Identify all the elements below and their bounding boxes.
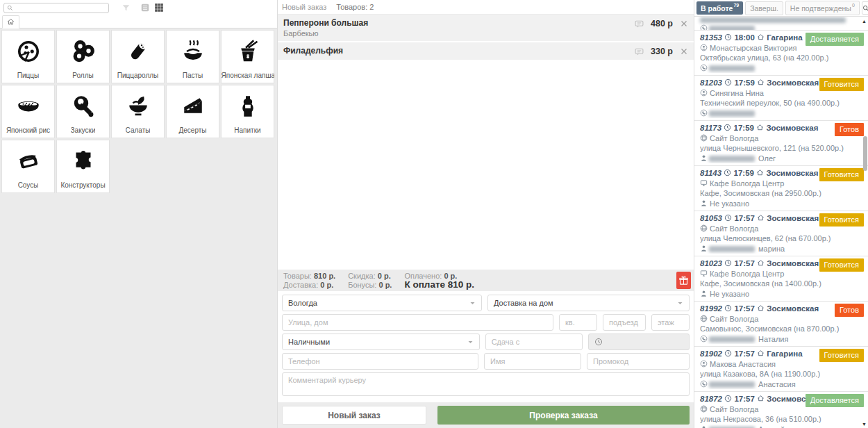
category-tile[interactable]: Закуски	[56, 85, 110, 138]
customer-name-input[interactable]	[484, 353, 581, 370]
order-source: Сайт Вологда	[708, 224, 758, 233]
status-badge: Готовится	[819, 213, 865, 227]
person-circle-icon	[700, 44, 708, 51]
category-label: Роллы	[72, 72, 93, 83]
phone-input[interactable]	[282, 353, 478, 370]
clock-icon	[724, 395, 732, 402]
order-card[interactable]: 81872 17:57 Зосимовская Сайт Вологдаулиц…	[694, 392, 868, 428]
items-total-value: 810 р.	[314, 272, 335, 280]
order-time: 18:00	[734, 33, 754, 42]
category-tile[interactable]: Десерты	[166, 85, 219, 138]
category-label: Салаты	[126, 126, 151, 138]
clock-icon	[594, 338, 603, 346]
remove-item-icon[interactable]	[680, 47, 688, 56]
order-card[interactable]: 81023 17:57 Зосимовская Кафе Вологда Цен…	[694, 256, 868, 302]
filter-icon[interactable]	[122, 3, 131, 13]
phone-circle-icon	[700, 109, 708, 117]
delivery-type-select[interactable]: Доставка на дом	[487, 295, 690, 311]
order-source: Кафе Вологда Центр	[708, 270, 784, 278]
person-icon	[700, 290, 708, 297]
phone-circle-icon	[700, 380, 708, 388]
comment-bubble-icon[interactable]	[635, 19, 644, 28]
blurred-phone	[709, 381, 755, 388]
payment-select[interactable]: Наличными	[282, 334, 480, 350]
apartment-input[interactable]	[559, 314, 597, 331]
salad-icon	[126, 85, 151, 126]
order-source: Сайт Вологда	[708, 315, 758, 323]
chevron-down-icon	[467, 339, 474, 345]
category-tile[interactable]: Пасты	[166, 30, 219, 83]
rice-icon	[16, 85, 41, 126]
comment-bubble-icon[interactable]	[635, 47, 644, 56]
delivery-total-value: 0 р.	[320, 281, 333, 289]
order-card[interactable]: 81992 17:57 Зосимовская Сайт ВологдаСамо…	[694, 302, 868, 347]
order-card[interactable]: 81143 17:59 Зосимовская Кафе Вологда Цен…	[694, 166, 868, 211]
order-card[interactable]: 81203 17:59 Зосимовская Синягина НинаТех…	[694, 76, 868, 121]
queue-tab-1[interactable]: Заверш.	[745, 1, 783, 15]
category-tile[interactable]: Японская лапша	[221, 30, 274, 83]
city-select[interactable]: Вологда	[282, 295, 482, 311]
globe-icon	[700, 134, 708, 142]
home-tab[interactable]	[2, 15, 19, 28]
order-item[interactable]: Пепперони большаяБарбекью480 р	[278, 15, 694, 41]
category-label: Закуски	[71, 126, 96, 138]
queue-tab-2[interactable]: Не подтверждены0	[785, 1, 860, 15]
category-tile[interactable]: Соусы	[1, 140, 55, 193]
gift-button[interactable]	[676, 272, 691, 289]
category-tile[interactable]: Конструкторы	[56, 140, 110, 193]
order-time: 17:57	[734, 349, 754, 358]
order-contact-name: Андрей	[756, 425, 785, 428]
promo-code-input[interactable]	[587, 353, 690, 370]
order-item[interactable]: Филадельфия330 р	[278, 42, 694, 60]
order-address: Самовынос, Зосимовская (на 870.00р.)	[700, 324, 850, 334]
entrance-input[interactable]	[603, 314, 646, 331]
delivery-form: Вологда Доставка на дом Наличными	[278, 291, 694, 402]
scrollbar-thumb[interactable]	[863, 136, 867, 171]
scroll-down-arrow[interactable]: ▼	[862, 422, 867, 427]
category-tile[interactable]: Напитки	[221, 85, 274, 138]
status-badge: Доставляется	[806, 394, 864, 407]
house-icon	[757, 214, 765, 222]
order-card[interactable]: 81173 17:59 Зосимовская Сайт Вологдаулиц…	[694, 121, 868, 166]
discount-label: Скидка:	[348, 272, 376, 280]
person-icon	[700, 199, 708, 207]
order-card[interactable]: 81902 17:57 Гагарина Макова Анастасияули…	[694, 347, 868, 392]
clock-icon	[724, 304, 732, 312]
change-from-input[interactable]	[485, 334, 583, 350]
queue-tab-label: В работе	[701, 4, 733, 13]
street-input[interactable]	[282, 314, 553, 331]
order-card[interactable]: 81353 18:00 Гагарина Монастырская Виктор…	[694, 31, 868, 76]
scroll-up-arrow[interactable]: ▲	[862, 19, 867, 24]
globe-icon	[700, 405, 708, 413]
category-tabs-row	[0, 15, 277, 28]
grid-view-icon[interactable]	[154, 3, 164, 13]
category-tile[interactable]: Пиццароллы	[111, 30, 165, 83]
queue-tab-0[interactable]: В работе79	[696, 1, 743, 15]
partial-order-item[interactable]	[694, 17, 868, 31]
order-item-name: Пепперони большая	[283, 18, 635, 28]
category-label: Японская лапша	[222, 72, 274, 83]
order-time: 17:59	[734, 79, 754, 87]
product-search[interactable]	[3, 3, 109, 13]
order-items-count: Товаров: 2	[336, 3, 374, 11]
category-tile[interactable]: Японский рис	[1, 85, 55, 138]
category-tile[interactable]: Пиццы	[1, 30, 55, 83]
queue-tabs: В работе79Заверш.Не подтверждены0	[694, 0, 868, 17]
category-label: Пиццы	[17, 72, 39, 83]
remove-item-icon[interactable]	[680, 19, 688, 28]
house-icon	[757, 349, 765, 357]
check-order-button[interactable]: Проверка заказа	[437, 406, 690, 425]
city-select-value: Вологда	[288, 299, 317, 307]
search-input[interactable]	[13, 4, 106, 12]
floor-input[interactable]	[651, 314, 690, 331]
category-tile[interactable]: Роллы	[56, 30, 110, 83]
queue-tab-label: Не подтверждены	[790, 4, 851, 13]
list-view-icon[interactable]	[140, 3, 150, 13]
category-tile[interactable]: Салаты	[111, 85, 165, 138]
order-card[interactable]: 81053 17:57 Зосимовская Сайт Вологдаулиц…	[694, 211, 868, 256]
delivery-time-field[interactable]	[588, 334, 690, 350]
courier-comment-input[interactable]	[282, 372, 690, 396]
clock-icon	[724, 214, 732, 222]
orders-search-button[interactable]	[862, 1, 868, 15]
new-order-button[interactable]: Новый заказ	[282, 406, 426, 425]
